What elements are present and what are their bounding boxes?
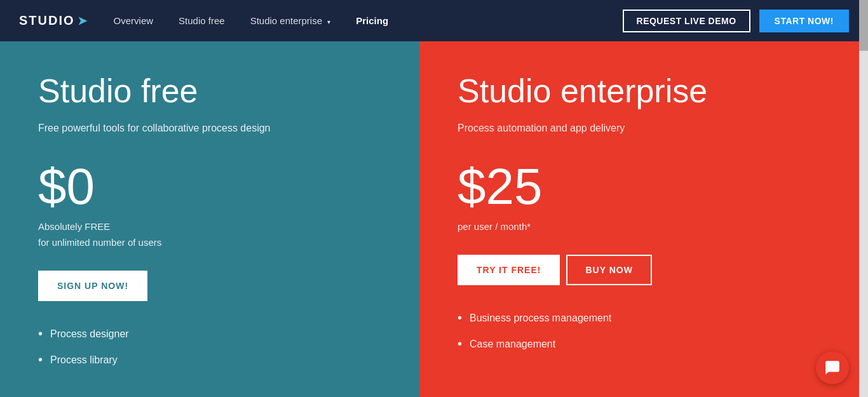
free-price-note2: for unlimited number of users	[38, 237, 381, 248]
enterprise-panel-subtitle: Process automation and app delivery	[458, 121, 830, 136]
start-now-button[interactable]: START NOW!	[759, 10, 849, 32]
enterprise-buttons: TRY IT FREE! BUY NOW	[458, 255, 830, 285]
enterprise-feature-2: Case management	[458, 337, 830, 351]
chat-bubble-button[interactable]	[816, 351, 849, 384]
nav-link-studio-free[interactable]: Studio free	[179, 15, 225, 26]
request-demo-button[interactable]: REQUEST LIVE DEMO	[623, 10, 750, 32]
signup-now-button[interactable]: SIGN UP NOW!	[38, 271, 147, 301]
buy-now-button[interactable]: BUY NOW	[566, 255, 651, 285]
nav-link-enterprise-label: Studio enterprise	[250, 15, 322, 26]
scrollbar[interactable]	[859, 0, 868, 397]
enterprise-panel: Studio enterprise Process automation and…	[419, 41, 868, 397]
free-feature-1: Process designer	[38, 326, 381, 341]
nav-links: Overview Studio free Studio enterprise ▾…	[114, 15, 597, 26]
free-panel: Studio free Free powerful tools for coll…	[0, 41, 419, 397]
free-panel-title: Studio free	[38, 73, 381, 109]
nav-link-overview[interactable]: Overview	[114, 15, 154, 26]
enterprise-panel-title: Studio enterprise	[458, 73, 830, 109]
nav-link-pricing[interactable]: Pricing	[356, 15, 388, 26]
nav-link-studio-enterprise[interactable]: Studio enterprise ▾	[250, 15, 331, 26]
navbar: STUDIO ➤ Overview Studio free Studio ent…	[0, 0, 868, 41]
free-price: $0	[38, 161, 381, 212]
free-panel-subtitle: Free powerful tools for collaborative pr…	[38, 121, 381, 136]
free-feature-2: Process library	[38, 353, 381, 367]
free-features-list: Process designer Process library	[38, 326, 381, 367]
try-free-button[interactable]: TRY IT FREE!	[458, 255, 560, 285]
enterprise-price-note: per user / month*	[458, 221, 830, 232]
enterprise-feature-1: Business process management	[458, 311, 830, 325]
logo-arrow: ➤	[78, 14, 88, 28]
nav-actions: REQUEST LIVE DEMO START NOW!	[623, 10, 849, 32]
chevron-down-icon: ▾	[327, 18, 330, 25]
chat-icon	[824, 360, 841, 376]
scrollbar-thumb[interactable]	[859, 0, 868, 51]
logo: STUDIO ➤	[19, 13, 88, 28]
enterprise-price: $25	[458, 161, 830, 212]
free-price-note: Absolutely FREE	[38, 221, 381, 232]
logo-text: STUDIO	[19, 13, 75, 28]
pricing-container: Studio free Free powerful tools for coll…	[0, 41, 868, 397]
enterprise-features-list: Business process management Case managem…	[458, 311, 830, 351]
